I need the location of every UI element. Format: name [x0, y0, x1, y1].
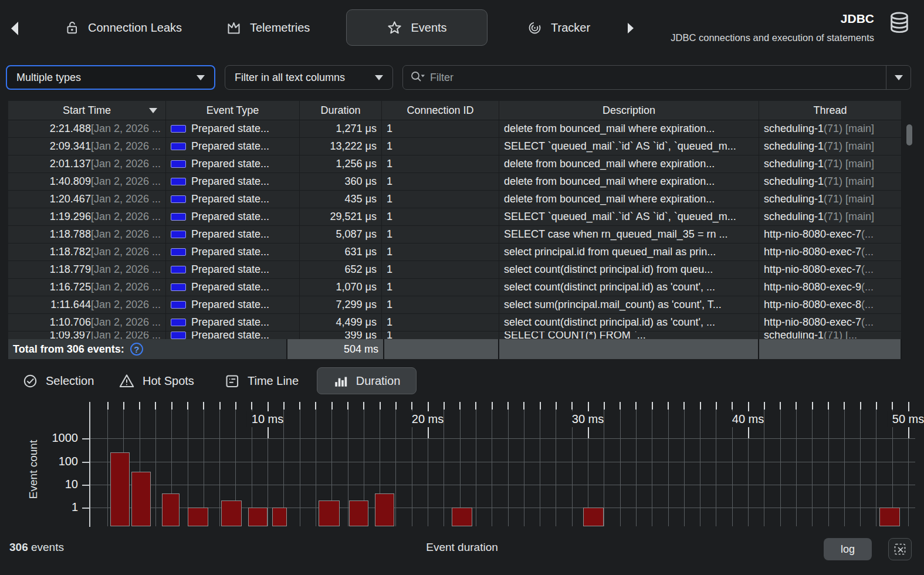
x-minor-tick	[155, 402, 156, 410]
tab-events[interactable]: Events	[346, 9, 488, 46]
table-row[interactable]: 1:19.296 [Jan 2, 2026 ...Prepared state.…	[8, 208, 902, 226]
view-tab-hot-spots[interactable]: Hot Spots	[119, 367, 194, 394]
forward-chevron-icon[interactable]	[627, 22, 635, 34]
start-date: [Jan 2, 2026 ...	[91, 299, 161, 311]
gridline-vertical	[219, 402, 220, 526]
tab-telemetries[interactable]: Telemetries	[226, 9, 310, 46]
histogram-bar	[248, 508, 268, 526]
statement-event-icon	[171, 213, 186, 221]
x-minor-tick	[764, 402, 765, 410]
column-header[interactable]: Description	[499, 101, 759, 120]
filter-history-dropdown[interactable]	[886, 66, 911, 89]
column-filter-select[interactable]: Filter in all text columns	[225, 65, 393, 90]
histogram-bar	[375, 493, 394, 526]
start-date: [Jan 2, 2026 ...	[91, 211, 161, 223]
connection-id: 1	[387, 281, 392, 293]
duration: 631 μs	[345, 246, 377, 258]
x-minor-tick	[203, 402, 204, 410]
tab-connection-leaks[interactable]: Connection Leaks	[65, 9, 182, 46]
gridline-vertical	[316, 402, 316, 526]
connection-id: 1	[387, 316, 392, 329]
tab-tracker[interactable]: Tracker	[527, 9, 590, 46]
view-tab-selection[interactable]: Selection	[22, 367, 94, 394]
y-tick	[82, 462, 90, 463]
view-tab-duration[interactable]: Duration	[317, 367, 417, 394]
gridline-vertical	[876, 402, 876, 526]
description: SELECT COUNT(*) FROM `...	[504, 332, 646, 339]
column-header[interactable]: Connection ID	[382, 101, 499, 120]
column-filter-value: Filter in all text columns	[235, 72, 345, 84]
table-row[interactable]: 1:16.725 [Jan 2, 2026 ...Prepared state.…	[8, 279, 902, 296]
table-row[interactable]: 2:01.137 [Jan 2, 2026 ...Prepared state.…	[8, 155, 902, 173]
thread-name: http-nio-8080-exec-8	[764, 299, 861, 311]
column-header[interactable]: Event Type	[166, 101, 300, 120]
thread-info: (71) [...	[824, 332, 857, 339]
table-row[interactable]: 1:40.809 [Jan 2, 2026 ...Prepared state.…	[8, 173, 902, 191]
table-row[interactable]: 1:09.397 [Jan 2, 2026 ...Prepared state.…	[8, 332, 902, 339]
x-minor-tick	[251, 402, 252, 410]
histogram-bar	[319, 500, 339, 526]
start-time: 2:21.488	[50, 123, 91, 135]
view-tab-label: Duration	[356, 374, 401, 388]
duration-histogram[interactable]: 10 ms20 ms30 ms40 ms50 ms	[89, 402, 915, 528]
table-row[interactable]: 1:18.782 [Jan 2, 2026 ...Prepared state.…	[8, 243, 902, 261]
table-row[interactable]: 1:18.779 [Jan 2, 2026 ...Prepared state.…	[8, 261, 902, 279]
column-header[interactable]: Start Time	[8, 101, 166, 120]
statement-event-icon	[171, 283, 186, 291]
total-label-cell: Total from 306 events:?	[8, 339, 287, 359]
start-time: 2:01.137	[50, 158, 91, 170]
cell-start-time: 1:10.706 [Jan 2, 2026 ...	[8, 314, 166, 331]
event-type-filter-value: Multiple types	[16, 72, 81, 84]
column-header[interactable]: Thread	[759, 101, 902, 120]
x-minor-tick	[812, 402, 813, 410]
histogram-bar	[452, 508, 472, 526]
gridline-vertical	[524, 402, 524, 526]
table-row[interactable]: 2:21.488 [Jan 2, 2026 ...Prepared state.…	[8, 120, 902, 138]
back-chevron-icon[interactable]	[9, 21, 20, 36]
telemetry-icon	[226, 20, 242, 36]
table-row[interactable]: 2:09.341 [Jan 2, 2026 ...Prepared state.…	[8, 138, 902, 155]
gridline-vertical	[107, 402, 108, 526]
gridline-vertical	[556, 402, 556, 526]
x-minor-tick	[444, 402, 445, 410]
gridline-vertical	[492, 402, 492, 526]
start-date: [Jan 2, 2026 ...	[91, 246, 161, 258]
x-minor-tick	[892, 402, 893, 410]
clear-selection-button[interactable]	[888, 538, 912, 560]
statement-event-icon	[171, 319, 186, 326]
table-row[interactable]: 1:18.788 [Jan 2, 2026 ...Prepared state.…	[8, 226, 902, 243]
gridline-vertical	[604, 402, 604, 526]
table-row[interactable]: 1:20.467 [Jan 2, 2026 ...Prepared state.…	[8, 191, 902, 208]
x-minor-tick	[620, 402, 621, 410]
cell-duration: 399 μs	[300, 332, 382, 339]
histogram-bar	[162, 493, 180, 526]
start-date: [Jan 2, 2026 ...	[91, 316, 161, 329]
gridline-vertical	[652, 402, 652, 526]
cell-description: delete from bounced_mail where expiratio…	[499, 155, 759, 172]
gridline-vertical	[684, 402, 685, 526]
text-filter-input[interactable]: Filter	[402, 65, 911, 90]
table-row[interactable]: 1:10.706 [Jan 2, 2026 ...Prepared state.…	[8, 314, 902, 332]
start-date: [Jan 2, 2026 ...	[91, 193, 161, 205]
text-filter-placeholder: Filter	[430, 72, 886, 84]
duration: 1,271 μs	[336, 123, 377, 135]
connection-id: 1	[387, 140, 392, 153]
table-row[interactable]: 1:11.644 [Jan 2, 2026 ...Prepared state.…	[8, 296, 902, 314]
y-tick	[82, 508, 90, 509]
x-minor-tick	[347, 402, 348, 410]
help-icon[interactable]: ?	[130, 343, 143, 356]
start-date: [Jan 2, 2026 ...	[91, 263, 161, 276]
cell-thread: scheduling-1 (71) [main]	[759, 155, 902, 172]
statement-event-icon	[171, 125, 186, 133]
column-header[interactable]: Duration	[300, 101, 382, 120]
vertical-scrollbar[interactable]	[906, 124, 912, 146]
event-type-filter-select[interactable]: Multiple types	[6, 65, 215, 90]
x-minor-tick	[683, 402, 685, 410]
x-minor-tick	[283, 402, 285, 410]
total-empty-cell	[384, 339, 499, 359]
log-scale-button[interactable]: log	[824, 538, 872, 560]
view-tab-time-line[interactable]: Time Line	[224, 367, 299, 394]
cell-description: SELECT case when rn_queued_mail_35 = rn …	[499, 226, 759, 243]
start-time: 1:20.467	[50, 193, 91, 205]
cell-description: select sum(principal.mail_count) as 'cou…	[499, 296, 759, 313]
